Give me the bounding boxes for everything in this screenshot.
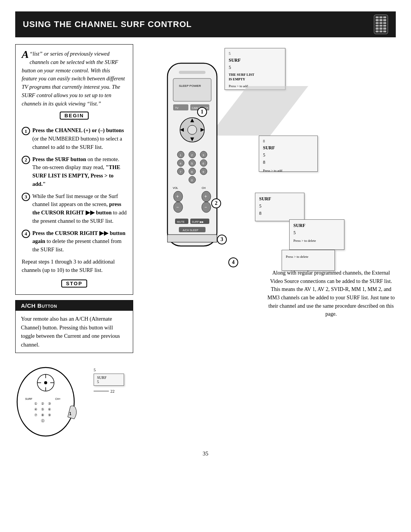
svg-text:⑨: ⑨ (48, 413, 51, 417)
screen-3-ch1: 5 (259, 203, 300, 210)
svg-text:+: + (176, 194, 179, 199)
svg-text:−: − (204, 204, 207, 210)
mini-remote-svg: ① ② ③ ④ ⑤ ⑥ ⑦ ⑧ ⑨ ⓪ SURF CH+ 1 (15, 360, 88, 440)
svg-text:⓪: ⓪ (41, 419, 45, 423)
step-3: 3 While the Surf list message or the Sur… (22, 192, 127, 225)
right-column: 5 SURF 5 THE SURF LIST IS EMPTY Press > … (141, 44, 396, 440)
svg-text:TV: TV (175, 107, 178, 109)
screen-2-ch: 8 (263, 138, 314, 144)
svg-text:③: ③ (48, 402, 51, 406)
svg-text:3: 3 (202, 153, 204, 157)
screen-1-msg: THE SURF LIST IS EMPTY (229, 73, 281, 81)
svg-text:5: 5 (191, 162, 193, 165)
svg-text:SLEEP  POWER: SLEEP POWER (179, 84, 201, 88)
overlay-3: 3 (217, 235, 227, 244)
step-2: 2 Press the SURF button on the remote. T… (22, 155, 127, 189)
screen-4-cmd: Press > to delete (293, 238, 340, 243)
svg-text:CH+: CH+ (55, 398, 61, 400)
bottom-right-text: Along with regular programmed channels, … (266, 269, 396, 318)
step-3-text: While the Surf list message or the Surf … (32, 192, 127, 225)
svg-text:6: 6 (202, 162, 204, 165)
bottom-left-area: ① ② ③ ④ ⑤ ⑥ ⑦ ⑧ ⑨ ⓪ SURF CH+ 1 5 (15, 360, 133, 440)
step-2-text: Press the SURF button on the remote. The… (32, 155, 127, 189)
screen-4-ch: 5 (293, 229, 340, 236)
screen-3: SURF 5 8 (255, 193, 304, 221)
svg-text:+: + (204, 194, 207, 199)
main-content: A“list” or series of previously viewed c… (15, 44, 396, 440)
left-column: A“list” or series of previously viewed c… (15, 44, 133, 440)
svg-text:VOL: VOL (173, 187, 178, 189)
svg-text:⑧: ⑧ (41, 413, 44, 417)
intro-text: A“list” or series of previously viewed c… (22, 50, 127, 108)
step-1-number: 1 (22, 127, 30, 135)
ach-section: A/CH Button Your remote also has an A/CH… (15, 300, 133, 353)
svg-text:A/CH  SLEEP: A/CH SLEEP (183, 229, 199, 232)
screens-area: 5 SURF 5 THE SURF LIST IS EMPTY Press > … (141, 44, 396, 318)
svg-point-31 (188, 125, 197, 134)
screen-2-surfch: 5 (263, 152, 314, 159)
screen-1-surf: SURF (229, 57, 281, 64)
svg-text:2: 2 (191, 153, 193, 157)
screen-3-ch2: 8 (259, 210, 300, 217)
page-header: Using the Channel SURF Control (15, 11, 396, 37)
screen-2: 8 SURF 5 8 Press > to add (259, 136, 318, 172)
svg-rect-23 (179, 71, 206, 74)
repeat-text: Repeat steps 1 through 3 to add addition… (22, 258, 127, 275)
step-2-number: 2 (22, 156, 30, 164)
small-screen-ch: 5 (94, 367, 124, 372)
stop-badge: STOP (61, 280, 87, 288)
overlay-2: 2 (211, 198, 221, 208)
ach-body: Your remote also has an A/CH (Alternate … (16, 311, 133, 353)
svg-text:②: ② (41, 402, 44, 406)
svg-text:4: 4 (180, 162, 182, 165)
svg-point-2 (44, 381, 47, 384)
screen-4-surf: SURF (293, 222, 340, 229)
step-3-number: 3 (22, 193, 30, 201)
svg-text:0: 0 (191, 179, 193, 182)
small-screen-box: SURF 5 (94, 374, 124, 386)
overlay-1: 1 (197, 107, 207, 117)
step-4: 4 Press the CURSOR RIGHT ▶▶ button again… (22, 229, 127, 254)
screen-2-surf: SURF (263, 144, 314, 152)
svg-text:MUTE: MUTE (177, 220, 185, 223)
svg-text:SURF: SURF (25, 398, 32, 400)
screen-5-cmd: Press > to delete (286, 254, 331, 259)
screen-2-surfch2: 8 (263, 159, 314, 166)
svg-text:⑤: ⑤ (41, 407, 44, 411)
svg-text:CH: CH (202, 187, 206, 189)
svg-text:1: 1 (69, 412, 72, 416)
svg-text:⑥: ⑥ (48, 407, 51, 411)
step-1-text: Press the CHANNEL (+) or (–) buttons (or… (32, 126, 127, 151)
remote-illustration: SLEEP POWER TV CABLE/LOCK (152, 59, 236, 296)
step-4-text: Press the CURSOR RIGHT ▶▶ button again t… (32, 229, 127, 254)
ach-header: A/CH Button (16, 300, 133, 311)
small-screen-group: 5 SURF 5 22 (94, 367, 124, 393)
svg-rect-72 (167, 235, 217, 242)
screen-5: Press > to delete (282, 250, 335, 271)
svg-text:8: 8 (191, 170, 193, 174)
svg-text:SURF ▶▶: SURF ▶▶ (192, 220, 204, 223)
svg-text:④: ④ (34, 407, 37, 411)
svg-text:①: ① (34, 402, 37, 406)
svg-text:1: 1 (180, 153, 182, 157)
screen-2-cmd: Press > to add (263, 168, 314, 173)
instructions-box: A“list” or series of previously viewed c… (15, 44, 133, 295)
svg-text:−: − (176, 204, 179, 210)
overlay-4: 4 (228, 257, 238, 267)
screen-3-surf: SURF (259, 195, 300, 203)
page-title: Using the Channel SURF Control (23, 19, 192, 29)
step-4-number: 4 (22, 230, 30, 238)
remote-icon (374, 14, 388, 34)
step-1: 1 Press the CHANNEL (+) or (–) buttons (… (22, 126, 127, 151)
svg-text:9: 9 (202, 170, 204, 174)
screen-1-ch: 5 (229, 51, 281, 57)
svg-rect-24 (173, 78, 211, 101)
screen-4: SURF 5 Press > to delete (289, 219, 344, 250)
begin-badge: BEGIN (60, 112, 88, 120)
svg-text:⑦: ⑦ (34, 413, 37, 417)
screen-1-surfch: 5 (229, 64, 281, 71)
page-number: 35 (15, 451, 396, 457)
svg-text:7: 7 (180, 170, 182, 174)
small-screen-label: 22 (94, 389, 124, 393)
